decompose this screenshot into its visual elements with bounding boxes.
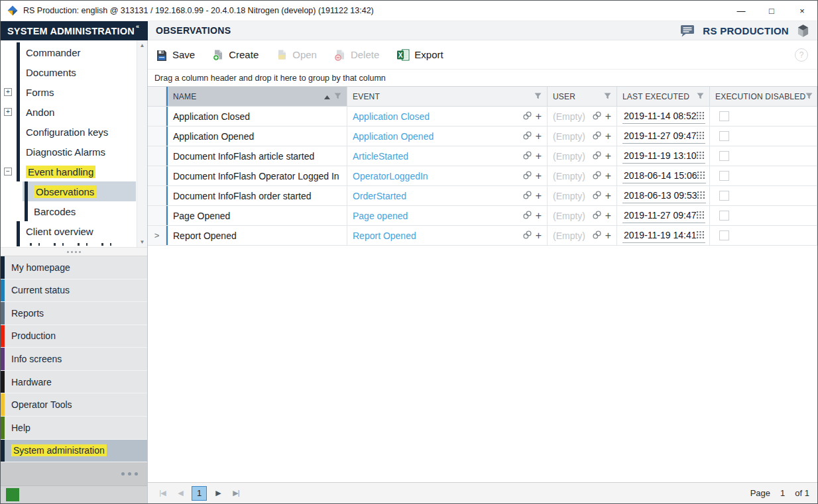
link-icon[interactable] [592, 170, 602, 182]
add-icon[interactable]: + [536, 151, 542, 162]
row-expand-arrow[interactable]: > [154, 230, 160, 240]
pager-page-button[interactable]: 1 [192, 486, 207, 501]
toolbar-button-export[interactable]: XExport [396, 49, 443, 61]
execution-disabled-checkbox[interactable] [719, 230, 729, 240]
link-icon[interactable] [522, 111, 532, 123]
filter-icon[interactable] [534, 92, 542, 101]
event-link[interactable]: Application Closed [353, 111, 430, 122]
column-header-last-executed[interactable]: LAST EXECUTED [617, 87, 710, 106]
link-icon[interactable] [592, 230, 602, 242]
pager-first-button[interactable]: |◀ [156, 486, 169, 501]
nav-item-system-administration[interactable]: System administration [1, 440, 147, 463]
tree-item-documents[interactable]: Documents [1, 62, 136, 82]
grid-picker-icon[interactable] [697, 111, 704, 121]
event-link[interactable]: OrderStarted [353, 191, 406, 201]
minimize-button[interactable]: — [726, 1, 756, 21]
filter-icon[interactable] [604, 92, 611, 101]
link-icon[interactable] [522, 190, 532, 202]
page-number[interactable]: 1 [780, 488, 785, 498]
maximize-button[interactable]: □ [756, 1, 787, 21]
link-icon[interactable] [592, 150, 602, 162]
tree-item-forms[interactable]: +Forms [1, 82, 136, 102]
grid-picker-icon[interactable] [697, 190, 705, 201]
tree-scrollbar[interactable]: ▲ ▼ [137, 40, 147, 247]
execution-disabled-checkbox[interactable] [719, 131, 729, 141]
tree-item-event-handling[interactable]: −Event handling [1, 162, 136, 181]
grid-picker-icon[interactable] [697, 210, 704, 221]
last-executed-field[interactable]: 2019-11-27 09:47 [622, 128, 705, 144]
expander-plus-icon[interactable]: + [4, 88, 12, 96]
toolbar-button-create[interactable]: Create [212, 49, 259, 61]
nav-overflow[interactable] [1, 462, 147, 486]
link-icon[interactable] [592, 190, 602, 202]
add-icon[interactable]: + [536, 131, 542, 142]
tree-item-clipped[interactable] [1, 241, 136, 246]
grid-picker-icon[interactable] [697, 230, 704, 240]
execution-disabled-checkbox[interactable] [719, 151, 729, 161]
tree-item-client-overview[interactable]: Client overview [1, 221, 136, 241]
toolbar-button-save[interactable]: Save [156, 49, 195, 61]
grid-picker-icon[interactable] [697, 170, 705, 181]
last-executed-field[interactable]: 2019-11-14 08:52 [622, 109, 705, 124]
tree-item-configuration-keys[interactable]: Configuration keys [1, 122, 136, 142]
toolbar-button-open[interactable]: Open [276, 49, 317, 61]
pager-prev-button[interactable]: ◀ [174, 486, 187, 501]
grid-picker-icon[interactable] [697, 130, 704, 141]
nav-item-hardware[interactable]: Hardware [1, 371, 147, 394]
collapse-panel-icon[interactable]: « [136, 23, 139, 30]
expander-plus-icon[interactable]: + [4, 108, 12, 116]
link-icon[interactable] [522, 210, 532, 222]
last-executed-field[interactable]: 2019-11-19 13:10 [622, 148, 705, 164]
toolbar-button-delete[interactable]: Delete [334, 49, 379, 61]
event-link[interactable]: ArticleStarted [353, 151, 408, 162]
link-icon[interactable] [592, 130, 602, 142]
add-icon[interactable]: + [605, 131, 611, 142]
last-executed-field[interactable]: 2019-11-27 09:47 [622, 208, 705, 223]
link-icon[interactable] [522, 170, 532, 182]
group-by-panel[interactable]: Drag a column header and drop it here to… [148, 70, 817, 87]
link-icon[interactable] [522, 150, 532, 162]
column-header-execution-disabled[interactable]: EXECUTION DISABLED [710, 87, 817, 106]
add-icon[interactable]: + [536, 211, 542, 221]
last-executed-field[interactable]: 2018-06-14 15:06 [622, 168, 706, 183]
add-icon[interactable]: + [605, 151, 611, 162]
add-icon[interactable]: + [536, 111, 542, 122]
nav-item-info-screens[interactable]: Info screens [1, 348, 147, 371]
grid-picker-icon[interactable] [697, 150, 704, 161]
pager-next-button[interactable]: ▶ [211, 486, 225, 501]
tree-item-commander[interactable]: Commander [1, 42, 136, 62]
help-icon[interactable]: ? [795, 48, 808, 62]
filter-icon[interactable] [697, 92, 704, 101]
execution-disabled-checkbox[interactable] [719, 191, 729, 201]
add-icon[interactable]: + [536, 171, 542, 181]
nav-item-operator-tools[interactable]: Operator Tools [1, 393, 147, 417]
nav-item-production[interactable]: Production [1, 325, 147, 348]
link-icon[interactable] [522, 130, 532, 142]
event-link[interactable]: Report Opened [353, 230, 416, 241]
chat-icon[interactable] [680, 24, 695, 37]
tree-item-barcodes[interactable]: Barcodes [1, 201, 136, 221]
add-icon[interactable]: + [605, 111, 611, 122]
column-header-name[interactable]: NAME [166, 87, 347, 106]
nav-item-current-status[interactable]: Current status [1, 279, 147, 303]
execution-disabled-checkbox[interactable] [719, 211, 729, 221]
close-button[interactable]: × [787, 1, 817, 21]
scroll-up-icon[interactable]: ▲ [140, 42, 145, 48]
add-icon[interactable]: + [605, 211, 611, 221]
add-icon[interactable]: + [536, 230, 542, 241]
splitter-grip[interactable] [1, 247, 147, 256]
add-icon[interactable]: + [605, 191, 611, 201]
nav-item-reports[interactable]: Reports [1, 302, 147, 325]
pager-last-button[interactable]: ▶| [229, 486, 243, 501]
link-icon[interactable] [522, 230, 532, 242]
event-link[interactable]: OperatorLoggedIn [353, 171, 428, 181]
tree-item-diagnostic-alarms[interactable]: Diagnostic Alarms [1, 142, 136, 162]
execution-disabled-checkbox[interactable] [719, 111, 729, 121]
event-link[interactable]: Application Opened [353, 131, 434, 142]
column-header-event[interactable]: EVENT [347, 87, 548, 106]
tree-item-andon[interactable]: +Andon [1, 102, 136, 122]
event-link[interactable]: Page opened [353, 211, 408, 221]
last-executed-field[interactable]: 2018-06-13 09:53 [622, 188, 706, 203]
tree-item-observations[interactable]: Observations [1, 181, 136, 201]
expander-minus-icon[interactable]: − [4, 168, 12, 176]
